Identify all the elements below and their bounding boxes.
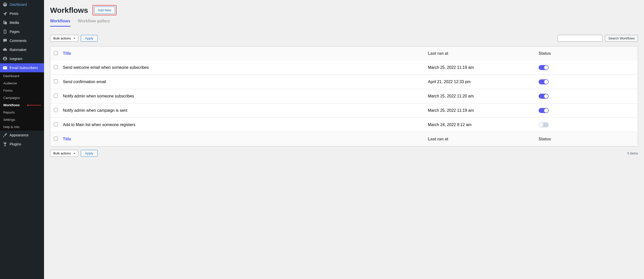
brush-icon <box>3 133 8 138</box>
row-date: March 25, 2022 11:20 am <box>428 94 539 98</box>
apply-button-top[interactable]: Apply <box>81 35 98 42</box>
sidebar-subitem-sub-reports[interactable]: Reports <box>0 109 44 116</box>
row-date: March 25, 2022 11:19 am <box>428 108 539 113</box>
media-icon <box>3 20 8 25</box>
user-circle-icon <box>3 56 8 61</box>
row-checkbox[interactable] <box>54 94 58 98</box>
sidebar-item-comments[interactable]: Comments <box>0 36 44 45</box>
row-title[interactable]: Send confirmation email <box>63 80 428 84</box>
add-new-highlight: Add New <box>93 5 116 15</box>
status-toggle[interactable] <box>539 65 549 70</box>
status-toggle[interactable] <box>539 108 549 113</box>
row-checkbox[interactable] <box>54 108 58 112</box>
sidebar-subitem-sub-audience[interactable]: Audience <box>0 80 44 87</box>
tab-workflows[interactable]: Workflows <box>50 19 70 27</box>
plug-icon <box>3 142 8 147</box>
sidebar-item-label: Plugins <box>10 142 21 146</box>
workflows-table: Title Last ran at Status Send welcome em… <box>50 46 638 146</box>
table-row: Send welcome email when someone subscrib… <box>50 61 638 75</box>
sidebar-item-label: Media <box>10 21 19 25</box>
column-title-footer[interactable]: Title <box>63 137 428 141</box>
top-toolbar: Bulk actions Apply Search Workflows <box>50 35 638 42</box>
row-date: April 21, 2022 12:33 pm <box>428 80 539 84</box>
sidebar: DashboardPostsMediaPagesCommentsRainmake… <box>0 0 44 279</box>
pin-icon <box>3 11 8 16</box>
svg-point-1 <box>4 58 6 59</box>
column-date: Last ran at <box>428 51 539 56</box>
comment-icon <box>3 38 8 43</box>
row-checkbox[interactable] <box>54 122 58 126</box>
search-workflows-button[interactable]: Search Workflows <box>605 35 638 42</box>
page-heading: Workflows Add New <box>50 5 638 15</box>
table-footer: Title Last ran at Status <box>50 132 638 146</box>
bulk-actions-select-bottom[interactable]: Bulk actions <box>50 150 78 157</box>
row-title[interactable]: Notify admin when campaign is sent <box>63 108 428 113</box>
sidebar-item-media[interactable]: Media <box>0 18 44 27</box>
status-toggle[interactable] <box>539 122 549 127</box>
sidebar-item-label: Pages <box>10 30 20 34</box>
sidebar-item-plugins[interactable]: Plugins <box>0 140 44 149</box>
sidebar-subitem-sub-help[interactable]: Help & Info <box>0 123 44 131</box>
select-all-top[interactable] <box>54 51 58 55</box>
sidebar-subitem-sub-workflows[interactable]: Workflows <box>0 101 44 109</box>
add-new-button[interactable]: Add New <box>94 7 115 14</box>
table-row: Add to Main list when someone registersM… <box>50 118 638 132</box>
row-title[interactable]: Send welcome email when someone subscrib… <box>63 65 428 70</box>
sidebar-subitem-sub-dashboard[interactable]: Dashboard <box>0 72 44 80</box>
column-title[interactable]: Title <box>63 51 428 56</box>
sidebar-subitem-sub-campaigns[interactable]: Campaigns <box>0 94 44 101</box>
table-row: Notify admin when campaign is sentMarch … <box>50 103 638 118</box>
apply-button-bottom[interactable]: Apply <box>81 150 98 157</box>
column-status: Status <box>539 51 634 56</box>
row-title[interactable]: Notify admin when someone subscribes <box>63 94 428 98</box>
row-date: March 25, 2022 11:19 am <box>428 65 539 70</box>
status-toggle[interactable] <box>539 79 549 84</box>
sidebar-item-icegram[interactable]: Icegram <box>0 54 44 63</box>
row-title[interactable]: Add to Main list when someone registers <box>63 123 428 127</box>
page-title: Workflows <box>50 6 88 15</box>
sidebar-item-rainmaker[interactable]: Rainmaker <box>0 45 44 54</box>
sidebar-item-label: Icegram <box>10 57 22 61</box>
sidebar-item-posts[interactable]: Posts <box>0 9 44 18</box>
row-checkbox[interactable] <box>54 65 58 69</box>
sidebar-subitem-sub-settings[interactable]: Settings <box>0 116 44 123</box>
arrow-indicator-icon <box>27 105 41 105</box>
sidebar-item-appearance[interactable]: Appearance <box>0 131 44 140</box>
sidebar-item-email-subscribers[interactable]: Email Subscribers <box>0 63 44 72</box>
gauge-icon <box>3 2 8 7</box>
main-content: Workflows Add New Workflows Workflow gal… <box>44 0 644 279</box>
sidebar-item-label: Posts <box>10 12 18 16</box>
table-header: Title Last ran at Status <box>50 46 638 61</box>
column-date-footer: Last ran at <box>428 137 539 141</box>
sidebar-item-pages[interactable]: Pages <box>0 27 44 36</box>
search-input[interactable] <box>558 35 602 42</box>
sidebar-item-label: Dashboard <box>10 3 27 7</box>
sidebar-item-label: Email Subscribers <box>10 66 38 70</box>
row-date: March 24, 2022 8:12 am <box>428 123 539 127</box>
select-all-bottom[interactable] <box>54 137 58 141</box>
table-row: Notify admin when someone subscribesMarc… <box>50 89 638 103</box>
tab-workflow-gallery[interactable]: Workflow gallery <box>78 19 110 27</box>
bottom-toolbar: Bulk actions Apply 5 items <box>50 150 638 157</box>
tabs: Workflows Workflow gallery <box>50 19 638 27</box>
cloud-icon <box>3 47 8 52</box>
sidebar-item-label: Appearance <box>10 133 29 137</box>
table-row: Send confirmation emailApril 21, 2022 12… <box>50 75 638 89</box>
sidebar-item-dashboard[interactable]: Dashboard <box>0 0 44 9</box>
row-checkbox[interactable] <box>54 79 58 83</box>
mail-icon <box>3 65 8 70</box>
sidebar-subitem-sub-forms[interactable]: Forms <box>0 87 44 94</box>
bulk-actions-select[interactable]: Bulk actions <box>50 35 78 42</box>
sidebar-item-label: Comments <box>10 39 27 43</box>
column-status-footer: Status <box>539 137 634 141</box>
sidebar-item-label: Rainmaker <box>10 48 27 52</box>
status-toggle[interactable] <box>539 94 549 99</box>
page-icon <box>3 29 8 34</box>
items-count: 5 items <box>627 151 638 155</box>
